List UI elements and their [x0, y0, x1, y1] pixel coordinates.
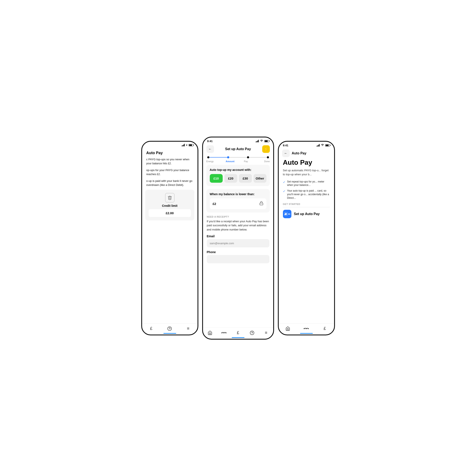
wifi-icon: ▾	[186, 144, 187, 147]
right-nav-track[interactable]	[303, 325, 310, 332]
center-status-icons	[256, 139, 269, 142]
email-label: Email	[207, 235, 269, 238]
right-status-bar: 9:41	[279, 142, 334, 148]
balance-value: £2	[213, 202, 216, 205]
nav-icon-pound[interactable]: £	[148, 325, 154, 332]
step-label-pay: Pay	[238, 160, 254, 163]
checkmark-2: ✓	[283, 189, 286, 193]
phone-input[interactable]	[207, 255, 269, 263]
left-phone: ▾ Auto Pay c PAYG top-ups so you never w…	[141, 141, 198, 335]
amount-options: £10 £20 £30 Other	[210, 174, 266, 183]
left-desc2: op-ups for your PAYG your balance reache…	[146, 168, 193, 176]
left-desc1: c PAYG top-ups so you never when your ba…	[146, 157, 193, 166]
get-started-label: GET STARTED	[283, 203, 330, 205]
left-card: Credit limit £2.00	[145, 190, 194, 220]
amount-btn-30[interactable]: £30	[239, 174, 252, 183]
step-label-amount: Amount	[222, 160, 238, 163]
amount-card-title: Auto top-up my account with:	[210, 168, 266, 171]
check-text-2: Your auto top-up is paid ... card, so yo…	[287, 189, 330, 200]
center-wifi-icon	[260, 139, 263, 142]
right-time: 9:41	[283, 144, 289, 147]
center-battery-icon	[264, 140, 269, 142]
step-label-energy: Energy	[206, 160, 222, 163]
balance-card-title: When my balance is lower than:	[210, 192, 266, 196]
credit-limit-value: £2.00	[149, 209, 191, 217]
setup-autopay-button[interactable]: ∞ ∞ Set up Auto Pay	[283, 210, 330, 218]
email-input[interactable]	[207, 239, 269, 247]
center-scroll-area: Auto top-up my account with: £10 £20 £30…	[203, 165, 273, 327]
left-status-icons: ▾	[182, 144, 193, 147]
center-header: ← Set up Auto Pay ⚡	[203, 144, 273, 154]
right-phone: 9:41 ← Auto Pay Auto Pay Set up automati…	[278, 141, 335, 335]
amount-card: Auto top-up my account with: £10 £20 £30…	[206, 165, 270, 186]
step-dot-4	[267, 156, 269, 158]
autopay-title: Auto Pay	[283, 159, 330, 166]
center-bottom-nav: £ ≡	[203, 327, 273, 339]
right-battery-icon	[325, 144, 330, 147]
signal-bars-icon	[182, 144, 185, 146]
setup-btn-label: Set up Auto Pay	[294, 212, 320, 216]
right-status-icons	[317, 144, 330, 147]
center-nav-help[interactable]	[249, 329, 255, 336]
center-back-button[interactable]: ←	[206, 145, 214, 153]
right-page-title: Auto Pay	[292, 152, 306, 155]
battery-icon	[189, 144, 193, 146]
left-body: c PAYG top-ups so you never when your ba…	[142, 157, 198, 187]
center-status-bar: 9:41	[203, 137, 273, 144]
left-status-bar: ▾	[142, 142, 198, 147]
center-page-title: Set up Auto Pay	[225, 147, 251, 151]
right-header: ← Auto Pay	[279, 148, 334, 159]
step-dot-1	[207, 156, 209, 158]
balance-row: £2	[210, 198, 266, 209]
receipt-label: NEED A RECEIPT?	[207, 216, 269, 218]
credit-limit-label: Credit limit	[162, 204, 177, 207]
left-content: Auto Pay c PAYG top-ups so you never whe…	[142, 147, 198, 323]
center-phone: 9:41 ← Set up Auto Pay ⚡	[202, 136, 274, 340]
bolt-icon-button[interactable]: ⚡	[262, 145, 270, 153]
amount-btn-20[interactable]: £20	[224, 174, 237, 183]
step-line-3	[249, 157, 267, 157]
center-nav-menu[interactable]: ≡	[263, 329, 269, 336]
left-bottom-nav: £ ≡	[142, 323, 198, 335]
center-time: 9:41	[207, 139, 213, 143]
progress-stepper	[203, 154, 273, 159]
center-signal-icon	[256, 140, 259, 142]
check-text-1: Set repeat top-ups for yo... meter when …	[287, 180, 330, 187]
center-nav-home[interactable]	[207, 329, 213, 336]
svg-text:∞: ∞	[284, 213, 286, 215]
right-bottom-nav: £	[279, 323, 334, 335]
balance-card: When my balance is lower than: £2	[206, 189, 270, 213]
check-item-2: ✓ Your auto top-up is paid ... card, so …	[283, 189, 330, 200]
amount-btn-10[interactable]: £10	[210, 174, 223, 183]
right-nav-pound[interactable]: £	[322, 325, 328, 332]
nav-icon-help[interactable]	[166, 325, 173, 332]
receipt-desc: If you'd like a receipt when your Auto P…	[207, 219, 269, 232]
trash-icon[interactable]	[165, 193, 174, 202]
checkmark-1: ✓	[283, 180, 286, 184]
step-label-done: Done	[254, 160, 270, 163]
right-content: Auto Pay Set up automatic PAYG top-u... …	[279, 159, 334, 323]
setup-btn-icon: ∞ ∞	[283, 210, 291, 218]
left-title: Auto Pay	[142, 147, 198, 157]
center-nav-track[interactable]	[221, 329, 227, 336]
check-item-1: ✓ Set repeat top-ups for yo... meter whe…	[283, 180, 330, 187]
step-line-1	[209, 157, 227, 157]
right-back-button[interactable]: ←	[282, 150, 290, 157]
amount-btn-other[interactable]: Other	[254, 174, 266, 183]
step-dot-3	[247, 156, 249, 158]
right-signal-icon	[317, 144, 320, 147]
autopay-desc: Set up automatic PAYG top-u... forget to…	[283, 168, 330, 177]
nav-icon-menu[interactable]: ≡	[185, 325, 192, 332]
phone-label: Phone	[207, 250, 269, 254]
left-desc3: o-up is paid with your bank ll never go …	[146, 179, 193, 187]
step-dot-2	[227, 156, 229, 158]
right-nav-home[interactable]	[284, 325, 291, 332]
center-nav-pound[interactable]: £	[235, 329, 241, 336]
stepper-labels: Energy Amount Pay Done	[203, 159, 273, 165]
svg-rect-2	[260, 203, 263, 205]
divider	[283, 207, 330, 207]
lock-icon	[259, 201, 263, 207]
scene: ▾ Auto Pay c PAYG top-ups so you never w…	[126, 126, 350, 350]
receipt-section: NEED A RECEIPT? If you'd like a receipt …	[206, 216, 270, 264]
right-wifi-icon	[321, 144, 324, 147]
